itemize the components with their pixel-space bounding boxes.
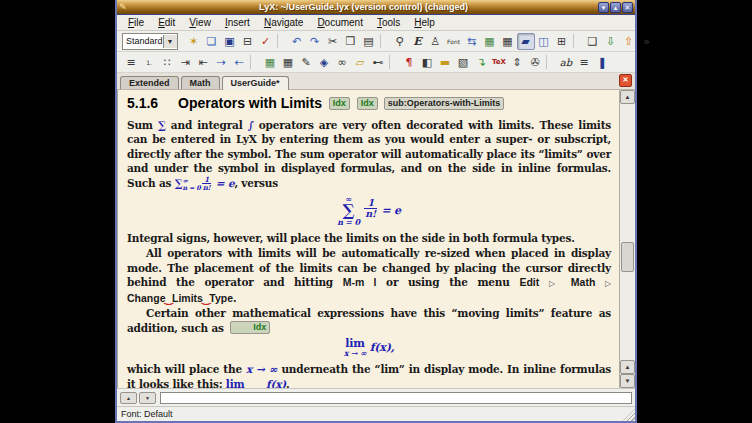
paragraph-moving-limits[interactable]: Certain other mathematical expressions h… bbox=[127, 306, 611, 335]
next-command-button[interactable]: ▼ bbox=[139, 392, 156, 404]
edit-eraser-button[interactable]: ✎ bbox=[297, 54, 315, 71]
insert-graphics-button[interactable]: ▦ bbox=[481, 33, 499, 50]
close-button[interactable]: ✕ bbox=[622, 2, 633, 13]
font-dialog-button[interactable]: Font bbox=[445, 33, 463, 50]
tab-userguide[interactable]: UserGuide* bbox=[222, 76, 289, 90]
combo-dropdown-arrow[interactable]: ▼ bbox=[163, 35, 177, 48]
cut-button[interactable]: ✂ bbox=[324, 33, 342, 50]
find-replace-button[interactable]: ⚲ bbox=[391, 33, 409, 50]
insert-tex-button[interactable]: TeX bbox=[490, 54, 508, 71]
insert-table-float-button[interactable]: ▦ bbox=[279, 54, 297, 71]
itemize-list-button[interactable]: ∷ bbox=[158, 54, 176, 71]
open-document-button[interactable]: ❏ bbox=[203, 33, 221, 50]
insert-table-float-icon: ▦ bbox=[283, 57, 293, 68]
minibuffer-input[interactable] bbox=[160, 392, 632, 404]
paragraph-style-combo[interactable]: Standard ▼ bbox=[122, 33, 178, 50]
navigate-prev-button[interactable]: ⇧ bbox=[620, 33, 638, 50]
menu-help[interactable]: Help bbox=[407, 16, 442, 29]
minimize-button[interactable]: ▾ bbox=[598, 2, 609, 13]
copy-button[interactable]: ❒ bbox=[342, 33, 360, 50]
insert-vspace-button[interactable]: ⇕ bbox=[508, 54, 526, 71]
tab-list: ExtendedMathUserGuide* bbox=[120, 75, 291, 89]
prev-command-button[interactable]: ▲ bbox=[120, 392, 137, 404]
spellcheck-button[interactable]: ✓ bbox=[257, 33, 275, 50]
insert-marginnote-button[interactable]: ◧ bbox=[418, 54, 436, 71]
insert-tabular-button[interactable]: ⊞ bbox=[553, 33, 571, 50]
window-icon: ✎ bbox=[117, 1, 129, 13]
insert-footnote-button[interactable]: ¶ bbox=[400, 54, 418, 71]
noun-button[interactable]: ♙ bbox=[427, 33, 445, 50]
save-document-button[interactable]: ▣ bbox=[221, 33, 239, 50]
math-argument: f(x), bbox=[370, 341, 395, 354]
menu-view[interactable]: View bbox=[182, 16, 218, 29]
split-view-button[interactable]: ◫ bbox=[535, 33, 553, 50]
increase-depth-button[interactable]: ⇢ bbox=[212, 54, 230, 71]
resize-grip[interactable] bbox=[623, 409, 635, 421]
paragraph-integral-signs[interactable]: Integral signs, however, will place the … bbox=[127, 231, 611, 246]
tab-math[interactable]: Math bbox=[181, 76, 220, 89]
scroll-up2-button[interactable]: ▲ bbox=[620, 360, 635, 374]
hyperlink-button[interactable]: ⊷ bbox=[369, 54, 387, 71]
decrease-depth-button[interactable]: ⇠ bbox=[230, 54, 248, 71]
insert-figure-float-button[interactable]: ▦ bbox=[261, 54, 279, 71]
math-panel-button[interactable]: ▰ bbox=[517, 33, 535, 50]
menu-insert[interactable]: Insert bbox=[218, 16, 257, 29]
tab-extended[interactable]: Extended bbox=[120, 76, 179, 89]
word-spacing-button[interactable]: ⇆ bbox=[463, 33, 481, 50]
paste-button[interactable]: ▤ bbox=[360, 33, 378, 50]
toolbar-separator bbox=[546, 55, 554, 69]
menubar: FileEditViewInsertNavigateDocumentToolsH… bbox=[117, 15, 635, 31]
insert-table-button[interactable]: ▦ bbox=[499, 33, 517, 50]
paragraph-limits-placement[interactable]: All operators with limits will be automa… bbox=[127, 246, 611, 305]
paragraph-outdent-button[interactable]: ⇤ bbox=[194, 54, 212, 71]
index-inset[interactable]: Idx bbox=[357, 97, 378, 110]
scrollbar-track[interactable] bbox=[620, 104, 635, 360]
toolbar-overflow-button[interactable]: » bbox=[638, 33, 656, 50]
thesaurus-button[interactable]: ◈ bbox=[315, 54, 333, 71]
maximize-button[interactable]: ▴ bbox=[610, 2, 621, 13]
paragraph-indent-button[interactable]: ⇥ bbox=[176, 54, 194, 71]
vertical-scrollbar[interactable]: ▲ ▲ ▼ bbox=[619, 90, 635, 388]
undo-button[interactable]: ↶ bbox=[288, 33, 306, 50]
new-document-button[interactable]: ✶ bbox=[185, 33, 203, 50]
math-text-mode-button[interactable]: ab bbox=[557, 54, 575, 71]
inline-formula-lim[interactable]: limx → ∞ f(x) bbox=[226, 378, 286, 389]
scroll-down-button[interactable]: ▼ bbox=[620, 374, 635, 388]
search-references-button[interactable]: ∞ bbox=[333, 54, 351, 71]
display-formula-button[interactable]: ≡ bbox=[575, 54, 593, 71]
paragraph-indent-icon: ⇥ bbox=[180, 57, 189, 68]
paragraph-which-will-place[interactable]: which will place the x → ∞ underneath th… bbox=[127, 362, 611, 388]
insert-box-button[interactable]: ▧ bbox=[454, 54, 472, 71]
include-file-button[interactable]: ↴ bbox=[472, 54, 490, 71]
print-document-button[interactable]: ⊟ bbox=[239, 33, 257, 50]
titlebar[interactable]: ✎ LyX: ~/UserGuide.lyx (version control)… bbox=[117, 0, 635, 15]
redo-button[interactable]: ↷ bbox=[306, 33, 324, 50]
display-formula-lim[interactable]: limx → ∞ f(x), bbox=[127, 338, 611, 357]
navigate-next-button[interactable]: ⇩ bbox=[602, 33, 620, 50]
scroll-up-button[interactable]: ▲ bbox=[620, 90, 635, 104]
toolbar-extra: ≡1.∷⇥⇤⇢⇠▦▦✎◈∞▱⊷¶◧▬▧↴TeX⇕✇ab≡❚ bbox=[117, 52, 635, 73]
index-inset[interactable]: Idx bbox=[230, 321, 270, 334]
child-document-button[interactable]: ❑ bbox=[584, 33, 602, 50]
inline-formula-sum[interactable]: ∑∞n = 01n! = e bbox=[175, 177, 235, 189]
table-of-contents-button[interactable]: ≡ bbox=[122, 54, 140, 71]
scrollbar-thumb[interactable] bbox=[621, 242, 634, 272]
menu-file[interactable]: File bbox=[121, 16, 151, 29]
emphasis-button[interactable]: E bbox=[409, 33, 427, 50]
insert-note-button[interactable]: ▬ bbox=[436, 54, 454, 71]
math-macros-book-button[interactable]: ❚ bbox=[593, 54, 611, 71]
menu-navigate[interactable]: Navigate bbox=[257, 16, 310, 29]
enumerate-list-button[interactable]: 1. bbox=[140, 54, 158, 71]
paragraph-sum-integral[interactable]: Sum ∑ and integral ∫ operators are very … bbox=[127, 118, 611, 192]
label-inset[interactable]: sub:Operators-with-Limits bbox=[384, 97, 505, 110]
open-folder-button[interactable]: ▱ bbox=[351, 54, 369, 71]
attach-button[interactable]: ✇ bbox=[526, 54, 544, 71]
menu-tools[interactable]: Tools bbox=[370, 16, 407, 29]
text-run: or using the menu bbox=[376, 276, 519, 288]
menu-document[interactable]: Document bbox=[310, 16, 370, 29]
menu-edit[interactable]: Edit bbox=[151, 16, 182, 29]
document-canvas[interactable]: 5.1.6 Operators with Limits Idx Idx sub:… bbox=[117, 90, 619, 388]
index-inset[interactable]: Idx bbox=[329, 97, 350, 110]
display-formula-sum[interactable]: ∞∑n = 0 1n! = e bbox=[127, 195, 611, 226]
tabbar-close-button[interactable]: ✕ bbox=[619, 74, 632, 87]
